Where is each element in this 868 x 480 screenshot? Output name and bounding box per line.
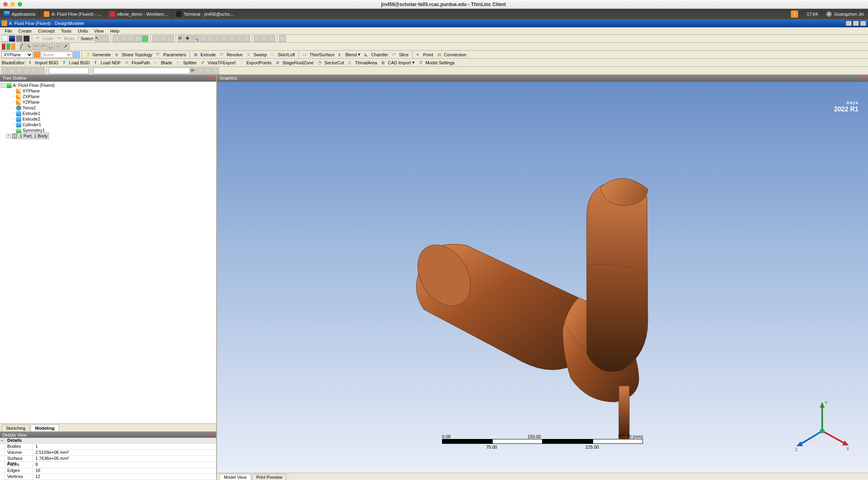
- tree-item-extrude2[interactable]: ⋯Extrude2: [0, 116, 216, 122]
- panel-pin-icon[interactable]: 📌: [209, 433, 214, 437]
- clock[interactable]: 17:04: [802, 9, 822, 19]
- magnify-icon[interactable]: [214, 35, 221, 42]
- menu-view[interactable]: View: [91, 28, 107, 34]
- exportpoints-button[interactable]: ⋮ExportPoints: [238, 60, 273, 66]
- panel-pin-icon[interactable]: 📌: [861, 76, 866, 80]
- spline-tool-icon[interactable]: 〰: [34, 43, 41, 50]
- zoom-window-icon[interactable]: [18, 2, 22, 6]
- taskbar-item-fluent[interactable]: A: Fluid Flow (Fluent) - ...: [40, 9, 105, 19]
- tab-model-view[interactable]: Model View: [219, 474, 251, 480]
- pan-icon[interactable]: ✥: [185, 35, 192, 42]
- taskbar-item-workbench[interactable]: elbow_demo - Workben...: [106, 9, 172, 19]
- tree-item-symmetry1[interactable]: ⋯Symmetry1: [0, 127, 216, 133]
- tool-b-icon[interactable]: [9, 68, 15, 74]
- details-row[interactable]: Faces8: [0, 462, 216, 468]
- tool-i-icon[interactable]: [212, 68, 219, 74]
- prev-view-icon[interactable]: [221, 35, 228, 42]
- vistatf-button[interactable]: ⬈VistaTFExport: [199, 60, 237, 66]
- details-row[interactable]: Edges18: [0, 468, 216, 474]
- zaxis-icon[interactable]: [11, 43, 15, 50]
- sel-body-icon[interactable]: [135, 35, 141, 42]
- details-row[interactable]: Volume2.5159e+06 mm³: [0, 450, 216, 456]
- tree-item-extrude1[interactable]: ⋯Extrude1: [0, 111, 216, 116]
- minimize-window-icon[interactable]: [10, 2, 15, 6]
- user-menu[interactable]: Guangzhen Jin: [822, 9, 868, 19]
- thinsurface-button[interactable]: ▭Thin/Surface: [301, 52, 336, 57]
- tab-print-preview[interactable]: Print Preview: [252, 474, 287, 480]
- display-model-icon[interactable]: [261, 35, 268, 42]
- blend-button[interactable]: ◗Blend ▾: [337, 52, 362, 57]
- tree-item-part-body[interactable]: +1 Part, 1 Body: [0, 133, 216, 139]
- menu-concept[interactable]: Concept: [35, 28, 58, 34]
- tree-item-zxplane[interactable]: ⋯ZXPlane: [0, 94, 216, 99]
- close-window-icon[interactable]: [3, 2, 8, 6]
- cadimport-button[interactable]: ▣CAD Import ▾: [379, 60, 416, 66]
- next-view-icon[interactable]: [229, 35, 235, 42]
- tool-refresh-icon[interactable]: ⟳: [190, 68, 197, 74]
- generate-button[interactable]: ⚡Generate: [84, 52, 113, 57]
- tool-g-icon[interactable]: [198, 68, 204, 74]
- iso-view-icon[interactable]: [236, 35, 242, 42]
- details-row[interactable]: Bodies1: [0, 444, 216, 450]
- ruler-icon[interactable]: [279, 35, 286, 42]
- select-box-icon[interactable]: [102, 35, 108, 42]
- arrow2-tool-icon[interactable]: ↗: [63, 43, 70, 50]
- zoom-icon[interactable]: 🔍: [192, 35, 199, 42]
- collapse-icon[interactable]: −: [1, 83, 5, 88]
- load-ndf-button[interactable]: ⬆Load NDF: [92, 60, 122, 66]
- sweep-button[interactable]: ∿Sweep: [245, 52, 269, 57]
- tab-sketching[interactable]: Sketching: [2, 425, 30, 431]
- extrude-button[interactable]: ▣Extrude: [192, 52, 217, 57]
- menu-help[interactable]: Help: [107, 28, 123, 34]
- parameters-button[interactable]: PParameters: [155, 52, 188, 57]
- minimize-button[interactable]: [845, 21, 852, 26]
- throatarea-button[interactable]: ⧖ThroatArea: [346, 60, 379, 66]
- tool-input-1[interactable]: [49, 68, 89, 74]
- tool-input-2[interactable]: [93, 68, 190, 74]
- display-plane-icon[interactable]: [254, 35, 260, 42]
- flowpath-button[interactable]: ≋FlowPath: [123, 60, 152, 66]
- arc2-tool-icon[interactable]: ◡: [49, 43, 55, 50]
- share-topology-button[interactable]: ◈Share Topology: [113, 52, 154, 57]
- xaxis-icon[interactable]: [2, 43, 6, 50]
- undo-button[interactable]: ↶ Undo: [34, 36, 55, 41]
- tool-f-icon[interactable]: [38, 68, 44, 74]
- close-button[interactable]: [860, 21, 866, 26]
- arrow-tool-icon[interactable]: →: [56, 43, 62, 50]
- tool-e-icon[interactable]: [31, 68, 37, 74]
- slice-button[interactable]: ✂Slice: [391, 52, 410, 57]
- menu-units[interactable]: Units: [74, 28, 91, 34]
- stagefluid-button[interactable]: ◉StageFluidZone: [274, 60, 315, 66]
- tab-modeling[interactable]: Modeling: [31, 425, 59, 431]
- tree-outline[interactable]: − A: Fluid Flow (Fluent) ⋯XYPlane ⋯ZXPla…: [0, 82, 216, 423]
- rotate-icon[interactable]: ⟳: [178, 35, 184, 42]
- panel-pin-icon[interactable]: 📌: [209, 76, 214, 80]
- details-section-row[interactable]: −Details: [0, 438, 216, 444]
- redo-button[interactable]: ↷ Redo: [55, 36, 76, 41]
- tree-root[interactable]: − A: Fluid Flow (Fluent): [0, 82, 216, 88]
- menu-tools[interactable]: Tools: [58, 28, 75, 34]
- new-icon[interactable]: [2, 35, 8, 42]
- select-cursor-icon[interactable]: ↖: [95, 35, 101, 42]
- revolve-button[interactable]: ⟳Revolve: [218, 52, 244, 57]
- sel-point-icon[interactable]: [113, 35, 119, 42]
- orientation-triad[interactable]: Y X Z: [794, 399, 850, 455]
- details-row[interactable]: Vertices12: [0, 474, 216, 480]
- new-plane-icon[interactable]: [34, 51, 40, 58]
- chamfer-button[interactable]: ◣Chamfer: [363, 52, 390, 57]
- expand-icon[interactable]: +: [6, 134, 11, 138]
- sectorcut-button[interactable]: ◔SectorCut: [316, 60, 346, 66]
- sketch-select[interactable]: None: [41, 51, 72, 58]
- tree-item-yzplane[interactable]: ⋯YZPlane: [0, 99, 216, 105]
- extend-sel2-icon[interactable]: [160, 35, 166, 42]
- splitter-button[interactable]: ⟐Splitter: [175, 60, 199, 66]
- tool-d-icon[interactable]: [23, 68, 30, 74]
- tree-item-xyplane[interactable]: ⋯XYPlane: [0, 88, 216, 94]
- screenshot-icon[interactable]: [23, 35, 30, 42]
- extend-sel-icon[interactable]: [153, 35, 159, 42]
- menu-create[interactable]: Create: [15, 28, 35, 34]
- tool-c-icon[interactable]: [16, 68, 23, 74]
- taskbar-item-terminal[interactable]: Terminal - jin456@scho...: [172, 9, 238, 19]
- skinloft-button[interactable]: ◊Skin/Loft: [269, 52, 297, 57]
- plane-select[interactable]: XYPlane: [2, 51, 33, 58]
